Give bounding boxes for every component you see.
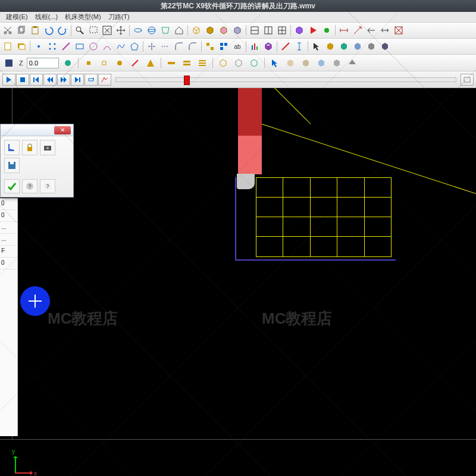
snap4-icon[interactable] [129, 57, 142, 70]
solid5-icon[interactable] [378, 40, 392, 53]
solid1-icon[interactable] [324, 40, 337, 53]
timeline-marker[interactable] [184, 76, 190, 85]
zoom-fit-icon[interactable] [101, 24, 114, 37]
chamfer-icon[interactable] [186, 40, 199, 53]
cad-viewport[interactable]: ✕ ? ? 0 0 ... ... F 0 [0, 88, 476, 476]
menu-wireframe[interactable]: 线框(...) [32, 12, 62, 21]
abc-icon[interactable]: ab [231, 40, 244, 53]
lp-item-0[interactable]: 0 [0, 198, 17, 210]
lp-item-5[interactable]: 0 [0, 258, 17, 270]
redo-icon[interactable] [56, 24, 69, 37]
line-icon[interactable] [60, 40, 73, 53]
copy-icon[interactable] [15, 24, 28, 37]
lp-item-3[interactable]: ... [0, 234, 17, 246]
settings-button[interactable] [98, 74, 111, 86]
forward-end-button[interactable] [71, 74, 84, 86]
cube2-icon[interactable] [203, 24, 217, 37]
wire3-icon[interactable] [248, 57, 261, 70]
timeline-slider[interactable] [115, 77, 456, 82]
extend-icon[interactable] [159, 40, 172, 53]
menu-toolpath[interactable]: 刀路(T) [105, 12, 133, 21]
snap1-icon[interactable] [82, 57, 95, 70]
play-red-icon[interactable] [306, 24, 320, 37]
coord-icon[interactable] [2, 57, 15, 70]
trim-icon[interactable] [145, 40, 158, 53]
dim-icon[interactable] [337, 24, 350, 37]
arrow-both-icon[interactable] [378, 24, 392, 37]
grid1-icon[interactable] [203, 40, 217, 53]
zoom-window-icon[interactable] [87, 24, 100, 37]
rewind-button[interactable] [43, 74, 57, 86]
obj2-icon[interactable] [299, 57, 312, 70]
hex-icon[interactable] [293, 24, 306, 37]
stop-button[interactable] [16, 74, 29, 86]
toolbox-save-icon[interactable] [4, 158, 20, 173]
cut-icon[interactable] [1, 24, 14, 37]
select-arrow-icon[interactable] [310, 40, 323, 53]
obj4-icon[interactable] [330, 57, 343, 70]
split-h-icon[interactable] [248, 24, 261, 37]
rewind-start-button[interactable] [30, 74, 43, 86]
toolbox-ok-button[interactable] [4, 179, 20, 193]
layer3-icon[interactable] [196, 57, 209, 70]
cube-icon[interactable] [190, 24, 203, 37]
zoom-icon[interactable] [73, 24, 86, 37]
new-icon[interactable] [1, 40, 14, 53]
view-icon[interactable] [159, 24, 172, 37]
toolbox-help-button[interactable]: ? [22, 179, 37, 193]
home-icon[interactable] [173, 24, 186, 37]
speed-button[interactable] [461, 74, 474, 86]
split-v-icon[interactable] [262, 24, 275, 37]
diag-arrow-icon[interactable] [351, 24, 364, 37]
toolbox-boot-icon[interactable] [4, 140, 20, 155]
crosshair-marker[interactable] [20, 286, 50, 316]
dot-green-icon[interactable] [320, 24, 333, 37]
bars-icon[interactable] [248, 40, 261, 53]
arrow-left-icon[interactable] [365, 24, 378, 37]
fillet-icon[interactable] [173, 40, 186, 53]
forward-button[interactable] [57, 74, 70, 86]
layer1-icon[interactable] [165, 57, 178, 70]
box-cross-icon[interactable] [392, 24, 405, 37]
rotate-icon[interactable] [131, 24, 145, 37]
wire1-icon[interactable] [217, 57, 230, 70]
points-icon[interactable] [46, 40, 59, 53]
undo-icon[interactable] [42, 24, 55, 37]
sphere-icon[interactable] [145, 24, 158, 37]
lp-item-2[interactable]: ... [0, 222, 17, 234]
snap2-icon[interactable] [98, 57, 111, 70]
toolbox-titlebar[interactable]: ✕ [1, 124, 73, 136]
cube3-icon[interactable] [217, 24, 230, 37]
up-arrow-icon[interactable] [346, 57, 359, 70]
measure-v-icon[interactable] [293, 40, 306, 53]
spline-icon[interactable] [114, 40, 127, 53]
close-icon[interactable]: ✕ [54, 126, 71, 134]
measure-red-icon[interactable] [279, 40, 292, 53]
loop-button[interactable] [84, 74, 98, 86]
paste-icon[interactable] [29, 24, 42, 37]
snap5-icon[interactable] [144, 57, 157, 70]
lp-item-1[interactable]: 0 [0, 210, 17, 222]
grid2-icon[interactable] [217, 40, 230, 53]
coord-apply-icon[interactable] [61, 57, 74, 70]
snap3-icon[interactable] [113, 57, 126, 70]
lp-item-4[interactable]: F [0, 246, 17, 258]
toolbox-camera-icon[interactable] [40, 140, 55, 155]
toolbox-lock-icon[interactable] [22, 140, 37, 155]
circle-tool-icon[interactable] [87, 40, 100, 53]
split-4-icon[interactable] [275, 24, 289, 37]
rect-icon[interactable] [73, 40, 86, 53]
play-button[interactable] [2, 74, 15, 86]
obj3-icon[interactable] [315, 57, 328, 70]
select2-icon[interactable] [268, 57, 281, 70]
obj1-icon[interactable] [284, 57, 297, 70]
3dbox-icon[interactable] [262, 40, 275, 53]
pan-icon[interactable] [114, 24, 127, 37]
wire2-icon[interactable] [232, 57, 245, 70]
solid4-icon[interactable] [365, 40, 378, 53]
menu-machine-type[interactable]: 机床类型(M) [61, 12, 105, 21]
point-icon[interactable] [32, 40, 45, 53]
toolbox-help2-button[interactable]: ? [40, 179, 55, 193]
solid3-icon[interactable] [351, 40, 364, 53]
polygon-icon[interactable] [128, 40, 141, 53]
